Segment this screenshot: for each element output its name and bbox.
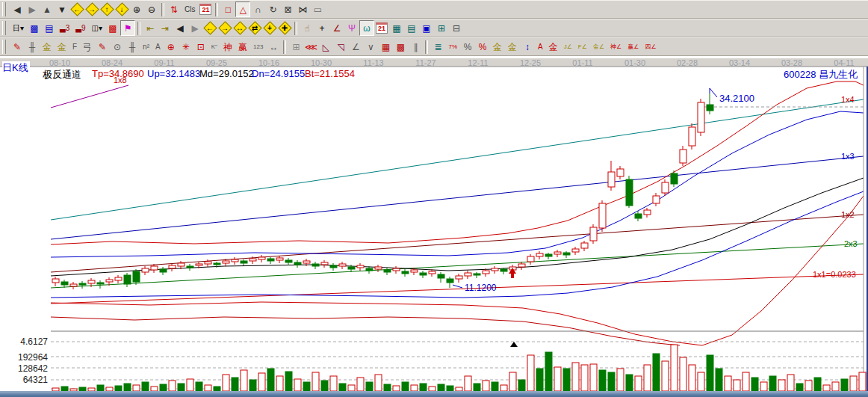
f10-info-button[interactable]: ▤ bbox=[42, 20, 57, 36]
k-marker-button[interactable]: K'' bbox=[208, 39, 220, 55]
j-angle-button[interactable]: J∠ bbox=[561, 39, 575, 55]
pan-up-button[interactable]: ↑ bbox=[99, 1, 114, 17]
zoom-in-button[interactable]: ⊕ bbox=[129, 1, 144, 17]
ray-fan-button[interactable]: ⋘ bbox=[303, 39, 318, 55]
notes-button[interactable]: ▤ bbox=[404, 20, 419, 36]
speed-lines-button[interactable]: ∠ bbox=[348, 39, 363, 55]
fibo-f-button[interactable]: F bbox=[69, 39, 80, 55]
gold-circle-button[interactable]: 金 bbox=[490, 39, 505, 55]
gold-angle-button[interactable]: 金∠ bbox=[590, 39, 607, 55]
crosshair-button[interactable]: + bbox=[314, 20, 329, 36]
analysis-brain-button[interactable]: ω bbox=[359, 20, 374, 36]
ruler-123-button[interactable]: 123 bbox=[250, 39, 266, 55]
draw-triangle-button[interactable]: △ bbox=[235, 1, 250, 17]
updown-pen-button[interactable]: ↕ bbox=[520, 39, 535, 55]
candle-body bbox=[402, 271, 409, 274]
pan-right-2-button[interactable]: → bbox=[217, 20, 232, 36]
jump-start-button[interactable]: ⇤ bbox=[143, 20, 158, 36]
shen-angle-button[interactable]: 神∠ bbox=[607, 39, 624, 55]
prev-bar-button[interactable]: ◀ bbox=[173, 20, 187, 36]
calculator-button[interactable]: ▦ bbox=[389, 20, 404, 36]
shrink-view-button[interactable]: ⋈ bbox=[295, 1, 310, 17]
volume-bar bbox=[653, 354, 660, 391]
shade-fan-2-button[interactable]: ◹ bbox=[333, 39, 348, 55]
presentation-button[interactable]: ▭ bbox=[310, 1, 325, 17]
flag-marker-button[interactable]: ⚑ bbox=[120, 20, 135, 36]
gann-grid-button[interactable]: ╫ bbox=[25, 39, 40, 55]
cls-arrows-button[interactable]: ⇅ bbox=[167, 1, 182, 17]
print-button[interactable]: ⊟ bbox=[449, 20, 464, 36]
f-angle-button[interactable]: F∠ bbox=[575, 39, 590, 55]
jump-end-button[interactable]: ⇥ bbox=[158, 20, 173, 36]
percent-7-button[interactable]: 7% bbox=[445, 39, 460, 55]
draw-rect-button[interactable]: □ bbox=[220, 1, 235, 17]
zoom-out-button[interactable]: ⊖ bbox=[144, 1, 159, 17]
pattern-tool-button[interactable]: Ψ bbox=[344, 20, 359, 36]
shade-fan-1-button[interactable]: ◺ bbox=[318, 39, 333, 55]
nav-down-button[interactable]: ▼ bbox=[55, 1, 69, 17]
calendar-button[interactable]: 21 bbox=[198, 1, 213, 17]
si-angle-button[interactable]: 四∠ bbox=[642, 39, 659, 55]
expand-all-button[interactable]: + bbox=[262, 20, 277, 36]
percent-button[interactable]: % bbox=[460, 39, 475, 55]
cls-button[interactable]: Cls bbox=[182, 1, 198, 17]
candle-body bbox=[241, 261, 247, 263]
candle-type-button[interactable]: ◫▾ bbox=[89, 20, 105, 36]
chart-canvas[interactable]: 1x81x41x31x22x31x1=0.023334.210011.12004… bbox=[0, 58, 868, 397]
box-tool-button[interactable]: ⊞ bbox=[288, 39, 303, 55]
grid-fill-1-button[interactable]: ▦ bbox=[378, 39, 393, 55]
horizontal-scrollbar[interactable] bbox=[0, 391, 868, 397]
ying-angle-button[interactable]: 赢∠ bbox=[624, 39, 642, 55]
angle-tool-button[interactable]: ∠ bbox=[329, 20, 344, 36]
swap-horizontal-button[interactable]: ⇄ bbox=[247, 20, 262, 36]
marker-pen-button[interactable]: ✎ bbox=[95, 39, 110, 55]
pan-down-button[interactable]: ↓ bbox=[114, 1, 129, 17]
parallel-lines-button[interactable]: ∥ bbox=[408, 39, 423, 55]
target-circle-button[interactable]: ⊕ bbox=[164, 39, 179, 55]
n-square-button[interactable]: n² bbox=[140, 39, 152, 55]
pan-right-button[interactable]: → bbox=[84, 1, 99, 17]
ying-tool-button[interactable]: 赢 bbox=[235, 39, 250, 55]
bars-3-button[interactable]: ▃3 bbox=[57, 20, 72, 36]
candle-body bbox=[492, 268, 498, 271]
grid-fill-2-button[interactable]: ▩ bbox=[393, 39, 408, 55]
volume-bar bbox=[357, 378, 364, 391]
brush-tool-button[interactable]: ✎ bbox=[10, 39, 25, 55]
next-bar-button[interactable]: ▶ bbox=[187, 20, 202, 36]
export-screens-button[interactable]: ⊞ bbox=[434, 20, 449, 36]
cycle-circle-button[interactable]: ⊙ bbox=[110, 39, 125, 55]
wave-a-button[interactable]: A bbox=[535, 39, 546, 55]
nav-right-button[interactable]: ▶ bbox=[25, 1, 40, 17]
gold-grid-2-button[interactable]: 金 bbox=[55, 39, 69, 55]
gold-underline-button[interactable]: 金 bbox=[546, 39, 561, 55]
target-square-button[interactable]: ⊡ bbox=[193, 39, 208, 55]
percent-line-button[interactable]: % bbox=[475, 39, 490, 55]
nav-up-button[interactable]: ▲ bbox=[40, 1, 55, 17]
gold-lines-button[interactable]: 金 bbox=[505, 39, 520, 55]
draw-arc-button[interactable]: ∩ bbox=[250, 1, 265, 17]
calendar-2-button[interactable]: 21 bbox=[374, 20, 389, 36]
fit-all-button[interactable]: ✚ bbox=[277, 20, 292, 36]
pan-left-button[interactable]: ← bbox=[69, 1, 84, 17]
hand-tool-button[interactable]: ☝ bbox=[300, 20, 314, 36]
save-button[interactable]: ▣ bbox=[419, 20, 434, 36]
pan-left-2-button[interactable]: ← bbox=[202, 20, 217, 36]
gold-grid-1-button[interactable]: 金 bbox=[40, 39, 55, 55]
width-tool-button[interactable]: ↔ bbox=[266, 39, 281, 55]
andrews-a-button[interactable]: A bbox=[152, 39, 164, 55]
seal-tool-button[interactable]: ▩ bbox=[105, 20, 120, 36]
zigzag-tool-button[interactable]: ∨ bbox=[363, 39, 378, 55]
bars-9-button[interactable]: ▃9 bbox=[72, 20, 88, 36]
shen-tool-button[interactable]: 神 bbox=[220, 39, 235, 55]
overlay-chart-button[interactable]: ▩ bbox=[27, 20, 42, 36]
spiral-tool-button[interactable]: 弓 bbox=[80, 39, 95, 55]
draw-rotate-button[interactable]: ↻ bbox=[265, 1, 280, 17]
period-day-button[interactable]: 日▾ bbox=[10, 20, 27, 36]
flip-box-button[interactable]: ⊠ bbox=[280, 1, 295, 17]
star-burst-button[interactable]: ✳ bbox=[179, 39, 193, 55]
ladder-tool-button[interactable]: ≣ bbox=[430, 39, 445, 55]
volume-bar bbox=[841, 379, 848, 391]
nav-left-button[interactable]: ◀ bbox=[10, 1, 25, 17]
plain-grid-button[interactable]: ╫ bbox=[125, 39, 140, 55]
zoom-horizontal-button[interactable]: ↔ bbox=[232, 20, 247, 36]
